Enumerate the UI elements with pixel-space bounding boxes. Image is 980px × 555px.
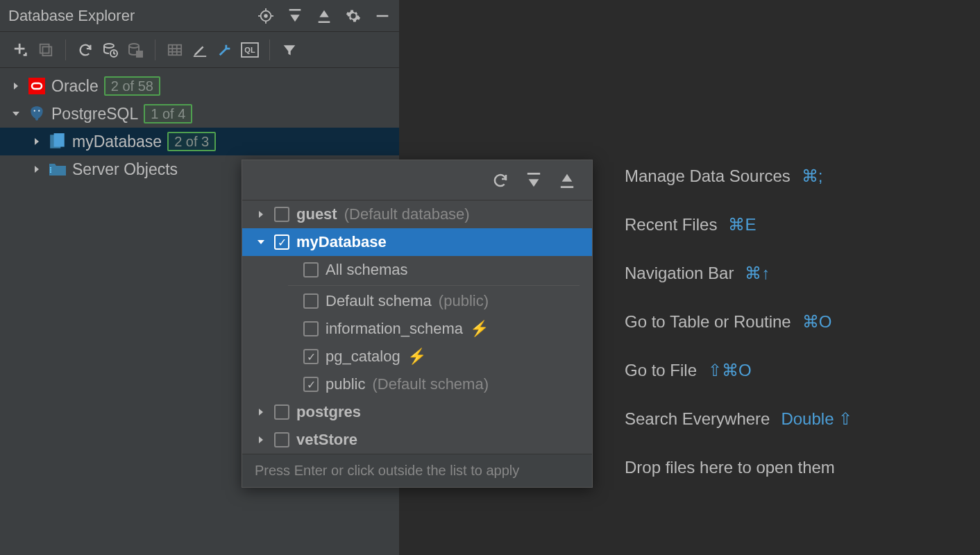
item-label: pg_catalog [326, 348, 400, 366]
checkbox[interactable] [303, 349, 319, 364]
add-icon[interactable] [10, 39, 32, 61]
bolt-icon: ⚡ [407, 348, 426, 366]
svg-rect-34 [527, 173, 540, 175]
popup-item-mydatabase[interactable]: myDatabase [242, 228, 592, 256]
popup-item-all-schemas[interactable]: All schemas [242, 256, 592, 284]
checkbox[interactable] [303, 293, 319, 309]
welcome-label: Navigation Bar [625, 264, 734, 283]
checkbox[interactable] [274, 207, 289, 222]
svg-rect-32 [50, 169, 51, 171]
ql-icon[interactable]: QL [239, 39, 261, 61]
refresh-icon[interactable] [74, 39, 96, 61]
shortcut: ⇧⌘O [708, 361, 752, 380]
shortcut: ⌘O [802, 312, 832, 332]
checkbox[interactable] [303, 377, 319, 392]
popup-list: guest (Default database) myDatabase All … [242, 200, 592, 454]
stop-icon[interactable] [124, 39, 146, 61]
tree-label: myDatabase [72, 133, 162, 151]
popup-item-pg-catalog[interactable]: pg_catalog ⚡ [242, 343, 592, 370]
welcome-label: Manage Data Sources [625, 166, 791, 186]
tree-label: Server Objects [72, 160, 178, 179]
popup-item-guest[interactable]: guest (Default database) [242, 200, 592, 228]
welcome-goto-file[interactable]: Go to File ⇧⌘O [625, 361, 852, 380]
welcome-manage-data-sources[interactable]: Manage Data Sources ⌘; [625, 166, 852, 186]
item-hint: (Default schema) [372, 375, 489, 393]
welcome-label: Recent Files [625, 215, 717, 234]
svg-rect-16 [137, 51, 142, 57]
toolbar: QL [0, 32, 399, 68]
welcome-label: Drop files here to open them [625, 458, 835, 477]
filter-icon[interactable] [278, 39, 301, 61]
chevron-right-icon[interactable] [255, 408, 267, 416]
separator [155, 40, 155, 60]
chevron-right-icon[interactable] [10, 82, 22, 90]
count-badge: 2 of 3 [167, 132, 216, 151]
popup-item-default-schema[interactable]: Default schema (public) [242, 287, 592, 315]
svg-rect-30 [54, 133, 65, 147]
table-icon[interactable] [164, 39, 186, 61]
svg-point-27 [34, 110, 35, 112]
database-icon [49, 133, 67, 151]
oracle-icon [28, 77, 46, 95]
chevron-down-icon[interactable] [255, 238, 267, 246]
checkbox[interactable] [274, 432, 289, 447]
welcome-area: Manage Data Sources ⌘; Recent Files ⌘E N… [625, 166, 852, 506]
edit-icon[interactable] [189, 39, 211, 61]
item-hint: (Default database) [344, 205, 470, 223]
svg-point-1 [264, 15, 267, 17]
bolt-icon: ⚡ [470, 320, 489, 338]
popup-item-information-schema[interactable]: information_schema ⚡ [242, 315, 592, 343]
svg-rect-33 [50, 171, 51, 173]
popup-item-public[interactable]: public (Default schema) [242, 370, 592, 398]
duplicate-icon[interactable] [35, 39, 57, 61]
chevron-right-icon[interactable] [255, 210, 267, 219]
minimize-icon[interactable] [374, 8, 391, 24]
checkbox[interactable] [274, 234, 289, 250]
header-icons [257, 8, 391, 24]
tree-label: PostgreSQL [51, 105, 138, 123]
settings-icon[interactable] [345, 8, 362, 24]
chevron-down-icon[interactable] [10, 110, 22, 118]
svg-rect-7 [319, 21, 330, 23]
svg-point-28 [38, 110, 40, 112]
collapse-all-icon[interactable] [316, 8, 332, 24]
welcome-label: Go to Table or Routine [625, 312, 791, 332]
chevron-right-icon[interactable] [255, 436, 267, 444]
tree-row-mydatabase[interactable]: myDatabase 2 of 3 [0, 128, 399, 155]
count-badge: 2 of 58 [104, 76, 160, 96]
welcome-recent-files[interactable]: Recent Files ⌘E [625, 215, 852, 234]
separator [65, 40, 66, 60]
target-icon[interactable] [257, 8, 274, 24]
shortcut: ⌘; [802, 166, 823, 186]
welcome-label: Go to File [625, 361, 697, 380]
chevron-right-icon[interactable] [31, 165, 43, 173]
item-label: All schemas [326, 261, 408, 279]
popup-item-vetstore[interactable]: vetStore [242, 426, 592, 454]
refresh-icon[interactable] [492, 172, 509, 189]
checkbox[interactable] [303, 321, 319, 336]
svg-rect-12 [42, 46, 51, 56]
svg-point-15 [129, 44, 139, 48]
chevron-right-icon[interactable] [31, 137, 43, 146]
shortcut: ⌘E [728, 215, 756, 234]
panel-header: Database Explorer [0, 0, 399, 32]
svg-rect-35 [561, 186, 573, 188]
checkbox[interactable] [274, 404, 289, 420]
welcome-search-everywhere[interactable]: Search Everywhere Double ⇧ [625, 409, 852, 429]
count-badge: 1 of 4 [144, 104, 192, 123]
item-label: guest [296, 205, 337, 223]
tree-row-oracle[interactable]: Oracle 2 of 58 [0, 72, 399, 100]
item-label: vetStore [296, 431, 357, 449]
collapse-all-icon[interactable] [559, 172, 575, 189]
welcome-navigation-bar[interactable]: Navigation Bar ⌘↑ [625, 264, 852, 283]
expand-all-icon[interactable] [287, 8, 303, 24]
sync-icon[interactable] [99, 39, 121, 61]
item-label: Default schema [326, 292, 432, 310]
schema-popup: guest (Default database) myDatabase All … [242, 160, 593, 488]
checkbox[interactable] [303, 262, 319, 278]
popup-item-postgres[interactable]: postgres [242, 398, 592, 426]
tree-row-postgresql[interactable]: PostgreSQL 1 of 4 [0, 100, 399, 128]
jump-icon[interactable] [214, 39, 236, 61]
welcome-goto-table[interactable]: Go to Table or Routine ⌘O [625, 312, 852, 332]
expand-all-icon[interactable] [525, 172, 542, 189]
